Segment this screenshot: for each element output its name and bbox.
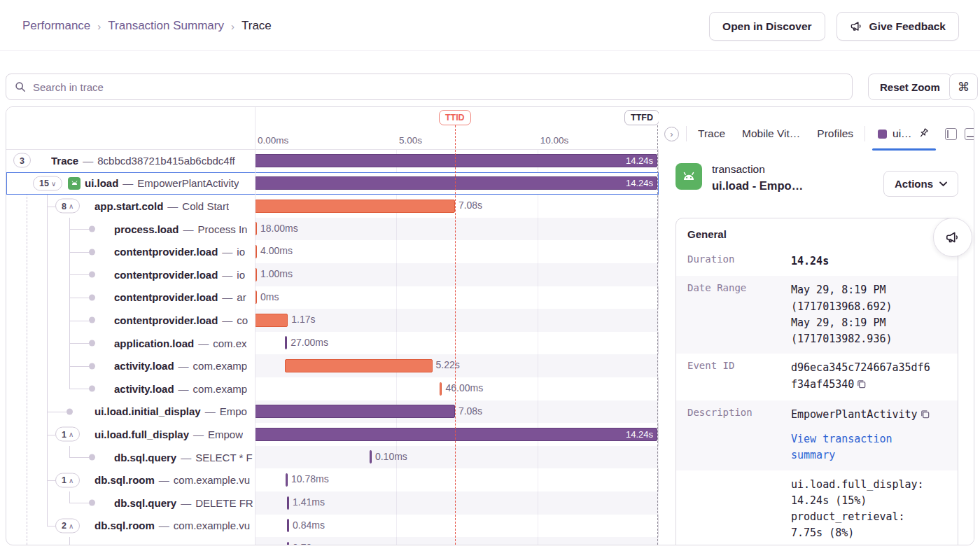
span-row-label: db.sql.room—com.example.vu	[94, 515, 250, 538]
tree-connector-stub	[47, 435, 55, 435]
trace-row-ui.load[interactable]: 15∨ui.load—EmpowerPlantActivity14.24s	[6, 172, 659, 195]
span-row-label: application.load—com.ex	[114, 332, 247, 355]
span-bar[interactable]: 14.24s	[255, 428, 657, 441]
feedback-fab-button[interactable]	[933, 218, 972, 257]
expand-pill[interactable]: 2∧	[55, 518, 80, 533]
pin-icon[interactable]	[918, 127, 930, 140]
span-bar[interactable]	[255, 405, 455, 418]
search-input[interactable]	[31, 81, 844, 94]
copy-icon[interactable]	[856, 378, 867, 394]
span-duration-label: 4.00ms	[260, 245, 293, 256]
view-transaction-summary-link[interactable]: View transaction summary	[791, 431, 934, 464]
tree-connector-stub	[69, 252, 89, 253]
span-bar[interactable]	[285, 336, 287, 349]
duration-value: 14.24s	[791, 253, 934, 270]
trace-row-contentprovider.load[interactable]: contentprovider.load—io1.00ms	[6, 263, 659, 286]
transaction-type-label: transaction	[712, 163, 803, 176]
reset-zoom-button[interactable]: Reset Zoom	[868, 74, 952, 100]
trace-row-db.sql.room[interactable]: 2∧db.sql.room—com.example.vu0.84ms	[6, 515, 659, 538]
ttfd-badge: TTFD	[624, 110, 659, 125]
span-row-label: process.load—Process In	[114, 218, 247, 241]
span-bar[interactable]	[287, 496, 289, 510]
give-feedback-button[interactable]: Give Feedback	[836, 12, 959, 41]
tab-trace[interactable]: Trace	[690, 127, 734, 140]
time-ruler-label: 0.00ms	[258, 135, 288, 146]
trace-row-db.sql.query[interactable]: db.sql.query—SELECT * F0.10ms	[6, 446, 659, 469]
search-in-trace-box[interactable]	[6, 74, 853, 100]
span-duration-label: 7.08s	[458, 200, 482, 211]
trace-row-process.load[interactable]: process.load—Process In18.00ms	[6, 218, 659, 241]
timeline-gridline	[538, 149, 538, 545]
open-in-discover-button[interactable]: Open in Discover	[709, 12, 825, 41]
expand-pill[interactable]: 1∧	[55, 473, 80, 487]
span-bar[interactable]	[370, 450, 372, 463]
span-row-label: contentprovider.load—io	[114, 263, 245, 286]
date-range-row: Date Range May 29, 8:19 PM (1717013968.6…	[676, 276, 958, 354]
tree-connector-stub	[47, 480, 55, 481]
header-actions: Open in Discover Give Feedback	[709, 12, 959, 41]
breadcrumb-chevron-icon: ›	[231, 20, 234, 32]
span-bar[interactable]	[287, 519, 289, 532]
span-duration-label: 5.22s	[436, 359, 460, 370]
span-bar[interactable]	[285, 359, 433, 372]
search-icon	[15, 81, 26, 92]
tab-profiles[interactable]: Profiles	[808, 127, 862, 140]
span-bar[interactable]	[287, 542, 289, 545]
trace-row-db.sql.room[interactable]: 1∧db.sql.room—com.example.vu10.78ms	[6, 468, 659, 491]
span-duration-label: 1.17s	[291, 314, 315, 325]
trace-row-application.load[interactable]: application.load—com.ex27.00ms	[6, 332, 659, 355]
tab-ui-load-active[interactable]: ui…	[868, 118, 937, 149]
tree-connector-line	[69, 491, 70, 503]
trace-row-Trace[interactable]: 3Trace—8cbbcd38721b415ab6cbdc4ff14.24s	[6, 149, 659, 172]
span-bar[interactable]: 14.24s	[255, 176, 657, 190]
expand-pill[interactable]: 3	[13, 153, 31, 168]
span-bullet	[89, 249, 95, 255]
trace-row-db.sql.query[interactable]: db.sql.query—DELETE FR1.41ms	[6, 491, 659, 515]
command-shortcut-button[interactable]: ⌘	[949, 74, 978, 100]
ttid-badge: TTID	[439, 110, 471, 125]
trace-row-ui.load.full_display[interactable]: 1∧ui.load.full_display—Empow14.24s	[6, 423, 659, 446]
trace-row-contentprovider.load[interactable]: contentprovider.load—io4.00ms	[6, 240, 659, 263]
ttid-marker-line	[455, 125, 456, 545]
trace-row-app.start.cold[interactable]: 8∧app.start.cold—Cold Start7.08s	[6, 195, 659, 218]
span-duration-inside: 14.24s	[626, 429, 653, 440]
chevron-down-icon	[939, 181, 947, 187]
description-row: Description EmpowerPlantActivity View tr…	[676, 400, 958, 470]
span-duration-label: 0.70ms	[293, 542, 325, 545]
actions-button[interactable]: Actions	[883, 171, 958, 197]
trace-row-activity.load[interactable]: activity.load—com.examp5.22s	[6, 354, 659, 377]
span-bar[interactable]: 14.24s	[255, 154, 657, 167]
trace-row-db.sql.query[interactable]: db.sql.query—INSERT OR0.70ms	[6, 537, 659, 545]
span-bullet	[89, 272, 95, 278]
trace-row-contentprovider.load[interactable]: contentprovider.load—co1.17s	[6, 309, 659, 332]
layout-left-sidebar-icon[interactable]	[945, 128, 957, 140]
drawer-tab-bar: › Trace Mobile Vit… Profiles ui…	[664, 118, 974, 149]
breadcrumb-transaction-summary[interactable]: Transaction Summary	[108, 19, 224, 33]
ops-breakdown-value: ui.load.full_display: 14.24s (15%) produ…	[791, 477, 934, 546]
span-bar[interactable]	[255, 200, 455, 213]
span-bar[interactable]	[255, 314, 288, 327]
span-duration-label: 46.00ms	[445, 382, 483, 393]
trace-row-contentprovider.load[interactable]: contentprovider.load—ar0ms	[6, 286, 659, 309]
expand-pill[interactable]: 8∧	[55, 199, 80, 214]
row-chart-background	[255, 263, 659, 286]
collapse-panel-icon[interactable]: ›	[664, 127, 679, 141]
trace-row-ui.load.initial_display[interactable]: ui.load.initial_display—Empo7.08s	[6, 400, 659, 424]
trace-row-activity.load[interactable]: activity.load—com.examp46.00ms	[6, 377, 659, 400]
tab-mobile-vitals[interactable]: Mobile Vit…	[734, 127, 808, 140]
span-row-label: db.sql.room—com.example.vu	[94, 468, 250, 491]
tree-connector-stub	[69, 298, 89, 298]
span-bar[interactable]	[286, 473, 288, 487]
tree-chart-divider[interactable]	[255, 107, 255, 545]
tree-connector-stub	[69, 366, 89, 367]
copy-icon[interactable]	[920, 408, 930, 424]
layout-bottom-drawer-icon[interactable]	[965, 128, 974, 140]
tree-connector-stub	[47, 526, 55, 526]
breadcrumb-performance[interactable]: Performance	[22, 19, 90, 33]
active-tab-underline	[872, 148, 936, 151]
tree-connector-line	[47, 195, 48, 526]
expand-pill[interactable]: 15∨	[33, 176, 62, 190]
expand-pill[interactable]: 1∧	[55, 427, 80, 442]
tree-connector-line	[69, 537, 70, 545]
transaction-name: ui.load - Empo…	[712, 179, 803, 193]
